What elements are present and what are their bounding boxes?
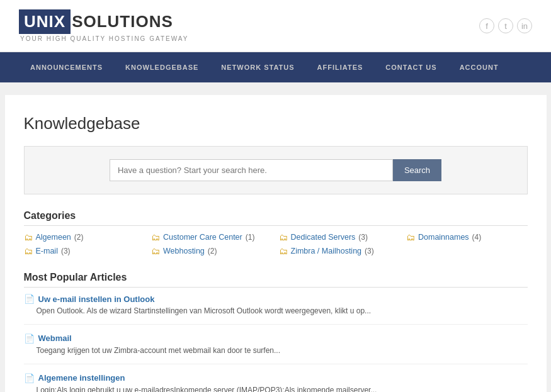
category-count: (3) [365, 247, 374, 255]
category-count: (4) [472, 233, 482, 242]
logo-unix-text: UNIX [19, 9, 71, 34]
nav-item-network-status[interactable]: NETWORK STATUS [210, 52, 305, 82]
article-item: 📄 Uw e-mail instellen in Outlook Open Ou… [24, 294, 528, 325]
category-item: 🗂 Algemeen (2) [24, 232, 145, 242]
article-excerpt: Open Outlook. Als de wizard Startinstell… [24, 306, 528, 316]
article-doc-icon: 📄 [24, 294, 35, 304]
category-folder-icon: 🗂 [279, 232, 288, 242]
article-title[interactable]: Algemene instellingen [38, 373, 125, 383]
nav-item-affiliates[interactable]: AFFILIATES [306, 52, 375, 82]
category-link[interactable]: Dedicated Servers [291, 233, 356, 242]
article-doc-icon: 📄 [24, 373, 35, 383]
articles-title: Most Popular Articles [24, 272, 528, 288]
category-link[interactable]: Zimbra / Mailhosting [291, 247, 362, 255]
articles-section: Most Popular Articles 📄 Uw e-mail instel… [24, 272, 528, 392]
article-item: 📄 Webmail Toegang krijgen tot uw Zimbra-… [24, 333, 528, 364]
header: UNIXSOLUTIONS YOUR HIGH QUALITY HOSTING … [0, 0, 551, 52]
facebook-icon[interactable]: f [479, 18, 494, 33]
article-title[interactable]: Uw e-mail instellen in Outlook [38, 294, 155, 304]
search-button[interactable]: Search [393, 159, 441, 181]
category-link[interactable]: Domainnames [418, 233, 469, 242]
article-excerpt: Login:Als login gebruikt u uw e-mailadre… [24, 385, 528, 392]
category-folder-icon: 🗂 [24, 232, 33, 242]
nav-item-contact-us[interactable]: CONTACT US [374, 52, 448, 82]
main-content: Knowledgebase Search Categories 🗂 Algeme… [5, 95, 547, 392]
categories-grid: 🗂 Algemeen (2) 🗂 Customer Care Center (1… [24, 232, 528, 256]
logo-container: UNIXSOLUTIONS YOUR HIGH QUALITY HOSTING … [19, 9, 188, 42]
main-nav: ANNOUNCEMENTSKNOWLEDGEBASENETWORK STATUS… [0, 52, 551, 82]
article-excerpt: Toegang krijgen tot uw Zimbra-account me… [24, 345, 528, 356]
category-folder-icon: 🗂 [151, 246, 160, 256]
search-input[interactable] [110, 159, 393, 181]
nav-item-announcements[interactable]: ANNOUNCEMENTS [19, 52, 114, 82]
search-section: Search [24, 146, 528, 194]
category-link[interactable]: Algemeen [36, 233, 71, 242]
article-title-row: 📄 Webmail [24, 333, 528, 344]
page-title: Knowledgebase [24, 114, 528, 133]
category-link[interactable]: Webhosting [163, 247, 205, 255]
category-link[interactable]: Customer Care Center [163, 233, 242, 242]
category-count: (1) [246, 233, 255, 242]
category-item: 🗂 Dedicated Servers (3) [279, 232, 400, 242]
nav-item-account[interactable]: ACCOUNT [448, 52, 510, 82]
category-link[interactable]: E-mail [36, 247, 58, 255]
twitter-icon[interactable]: t [498, 18, 513, 33]
article-title[interactable]: Webmail [38, 333, 72, 343]
categories-title: Categories [24, 210, 528, 226]
category-count: (2) [74, 233, 84, 242]
category-folder-icon: 🗂 [24, 246, 33, 256]
category-item: 🗂 Customer Care Center (1) [151, 232, 273, 242]
article-item: 📄 Algemene instellingen Login:Als login … [24, 373, 528, 392]
category-count: (3) [358, 233, 368, 242]
logo: UNIXSOLUTIONS [19, 9, 173, 34]
category-item: 🗂 Webhosting (2) [151, 246, 273, 256]
article-doc-icon: 📄 [24, 333, 35, 344]
category-folder-icon: 🗂 [151, 232, 160, 242]
category-item: 🗂 Zimbra / Mailhosting (3) [279, 246, 400, 256]
category-folder-icon: 🗂 [406, 232, 415, 242]
logo-solutions-text: SOLUTIONS [71, 12, 173, 31]
article-title-row: 📄 Algemene instellingen [24, 373, 528, 383]
linkedin-icon[interactable]: in [517, 18, 532, 33]
category-item: 🗂 Domainnames (4) [406, 232, 528, 242]
social-icons: f t in [479, 18, 532, 33]
logo-tagline: YOUR HIGH QUALITY HOSTING GATEWAY [19, 35, 188, 42]
categories-section: Categories 🗂 Algemeen (2) 🗂 Customer Car… [24, 210, 528, 256]
article-title-row: 📄 Uw e-mail instellen in Outlook [24, 294, 528, 304]
category-count: (2) [208, 247, 217, 255]
category-folder-icon: 🗂 [279, 246, 288, 256]
category-count: (3) [61, 247, 71, 255]
category-item: 🗂 E-mail (3) [24, 246, 145, 256]
articles-list: 📄 Uw e-mail instellen in Outlook Open Ou… [24, 294, 528, 392]
nav-item-knowledgebase[interactable]: KNOWLEDGEBASE [114, 52, 210, 82]
